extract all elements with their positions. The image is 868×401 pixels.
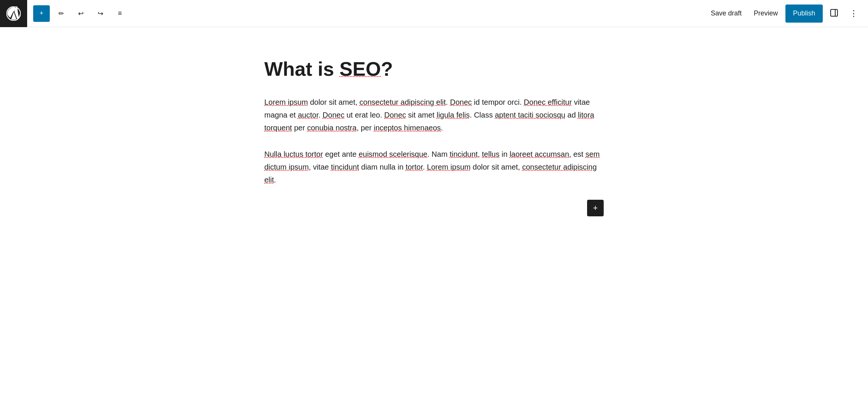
preview-button[interactable]: Preview — [749, 6, 782, 20]
undo-button[interactable]: ↩ — [72, 5, 89, 22]
title-text-seo: SEO — [339, 58, 381, 80]
editor-area: What is SEO? Lorem ipsum dolor sit amet,… — [0, 27, 868, 246]
save-draft-button[interactable]: Save draft — [706, 6, 746, 20]
toolbar-left: + ✏ ↩ ↪ ≡ — [27, 5, 700, 22]
sidebar-toggle-icon — [830, 8, 839, 18]
add-block-below-icon: + — [593, 203, 598, 213]
post-title[interactable]: What is SEO? — [264, 57, 604, 81]
publish-button[interactable]: Publish — [785, 5, 823, 23]
redo-button[interactable]: ↪ — [92, 5, 109, 22]
redo-icon: ↪ — [98, 9, 103, 18]
editor-content: What is SEO? Lorem ipsum dolor sit amet,… — [264, 57, 604, 216]
svg-rect-1 — [831, 9, 837, 16]
title-text-what-is: What is — [264, 58, 339, 80]
paragraph-2[interactable]: Nulla luctus tortor eget ante euismod sc… — [264, 148, 604, 186]
paragraph-2-text: Nulla luctus tortor eget ante euismod sc… — [264, 148, 604, 186]
edit-icon: ✏ — [58, 9, 64, 18]
list-view-button[interactable]: ≡ — [112, 5, 128, 22]
add-block-button[interactable]: + — [33, 5, 50, 22]
edit-mode-button[interactable]: ✏ — [53, 5, 69, 22]
title-text-question: ? — [381, 58, 393, 80]
sidebar-toggle-button[interactable] — [826, 5, 842, 22]
paragraph-1[interactable]: Lorem ipsum dolor sit amet, consectetur … — [264, 96, 604, 134]
toolbar: + ✏ ↩ ↪ ≡ Save draft Preview Publish — [0, 0, 868, 27]
more-options-button[interactable]: ⋮ — [845, 5, 862, 22]
more-options-icon: ⋮ — [850, 9, 858, 18]
add-block-below-button[interactable]: + — [587, 200, 604, 216]
paragraph-1-text: Lorem ipsum dolor sit amet, consectetur … — [264, 96, 604, 134]
toolbar-right: Save draft Preview Publish ⋮ — [700, 5, 868, 23]
undo-icon: ↩ — [78, 9, 84, 18]
add-block-below: + — [264, 200, 604, 216]
list-view-icon: ≡ — [118, 9, 122, 17]
plus-icon: + — [40, 9, 44, 17]
wp-logo[interactable] — [0, 0, 27, 27]
